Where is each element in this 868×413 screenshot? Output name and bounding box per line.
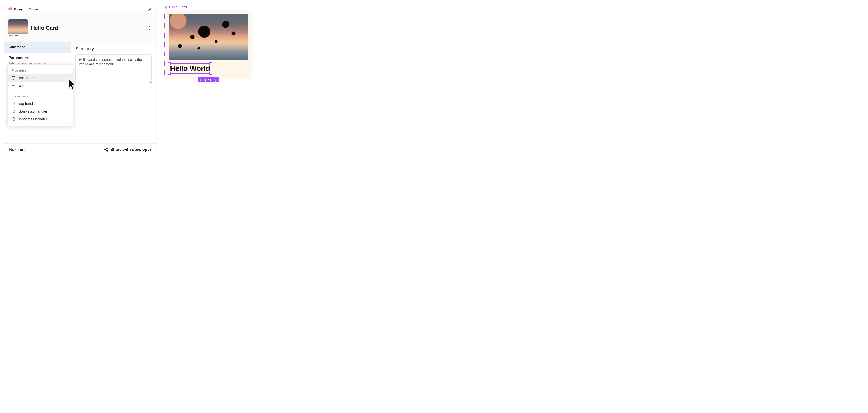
svg-point-14 [107, 150, 107, 151]
touch-icon [12, 117, 16, 121]
resize-handle-bl[interactable] [168, 72, 170, 74]
popover-section-properties: Properties [8, 67, 73, 74]
content-area: Summary [71, 42, 156, 144]
more-vertical-icon [149, 26, 150, 30]
interaction-option-label: tap-handler [19, 102, 37, 106]
property-option-text-content[interactable]: text-content [8, 74, 73, 82]
property-option-color[interactable]: color [8, 82, 73, 90]
autolayout-constraint-badge: Hug × Hug [198, 77, 219, 82]
panel-footer: No errors Share with developer [4, 144, 156, 156]
relay-logo-icon [8, 7, 12, 11]
figma-canvas: Hello Card Hello World Hug × Hug [164, 4, 252, 156]
plugin-name: Relay for Figma [14, 7, 38, 11]
share-icon [104, 148, 108, 152]
parameters-heading: Parameters [8, 56, 62, 60]
svg-point-6 [149, 29, 150, 30]
component-icon [164, 6, 168, 9]
svg-line-16 [105, 150, 107, 151]
share-label: Share with developer [110, 147, 151, 152]
type-icon [12, 76, 16, 80]
more-menu-button[interactable] [147, 25, 152, 31]
interaction-option-doubletap[interactable]: doubletap-handler [8, 107, 73, 115]
interaction-option-longpress[interactable]: longpress-handler [8, 115, 73, 123]
resize-handle-br[interactable] [209, 72, 212, 74]
tab-summary[interactable]: Summary [4, 42, 71, 53]
svg-point-5 [149, 28, 150, 28]
selected-text-layer[interactable]: Hello World [168, 63, 211, 74]
cursor-pointer-icon [68, 79, 76, 90]
interaction-option-tap[interactable]: tap-handler [8, 100, 73, 107]
svg-line-15 [105, 149, 107, 150]
content-heading: Summary [75, 46, 152, 51]
svg-point-4 [149, 26, 150, 27]
property-option-label: color [19, 84, 27, 88]
touch-icon [12, 109, 16, 114]
component-title: Hello Card [31, 25, 58, 31]
svg-point-13 [107, 148, 107, 149]
add-parameter-button[interactable] [62, 55, 67, 60]
svg-point-1 [9, 7, 12, 10]
resize-handle-tr[interactable] [209, 62, 212, 65]
resize-handle-tl[interactable] [168, 62, 170, 65]
card-hero-image [168, 14, 248, 60]
relay-inspector-panel: Relay for Figma Hello World Hello Card [4, 4, 156, 156]
status-text: No errors [9, 148, 102, 152]
component-thumbnail: Hello World [8, 20, 28, 37]
thumbnail-caption: Hello World [8, 34, 28, 37]
interaction-option-label: longpress-handler [19, 117, 47, 121]
close-button[interactable] [147, 6, 153, 12]
touch-icon [12, 102, 16, 106]
add-parameter-popover: Properties text-content [7, 64, 73, 126]
property-option-label: text-content [19, 76, 37, 80]
popover-section-interactions: Interactions [8, 93, 73, 100]
interaction-option-label: doubletap-handler [19, 109, 47, 114]
share-with-developer-button[interactable]: Share with developer [104, 147, 151, 152]
summary-textarea[interactable] [75, 55, 152, 84]
plus-icon [62, 56, 66, 60]
component-header: Hello World Hello Card [4, 14, 156, 42]
component-frame-label[interactable]: Hello Card [164, 5, 252, 9]
svg-point-11 [15, 86, 16, 87]
card-title-text: Hello World [170, 64, 210, 72]
panel-titlebar: Relay for Figma [4, 4, 156, 14]
component-frame[interactable]: Hello World Hug × Hug [164, 10, 252, 79]
paint-bucket-icon [12, 84, 16, 88]
close-icon [148, 7, 152, 11]
svg-point-12 [104, 149, 105, 150]
